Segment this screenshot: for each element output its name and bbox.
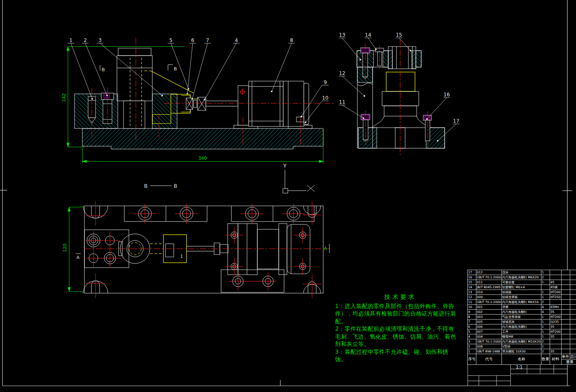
bom-cell-total — [570, 290, 576, 295]
cad-sheet: { "drawing": { "type": "assembly-drawing… — [0, 0, 576, 392]
bom-header-weight: 重量 — [561, 359, 576, 365]
balloon-15: 15 — [396, 32, 402, 38]
bom-cell-qty: 4 — [541, 310, 550, 315]
technical-requirements-title: 技术要求 — [335, 293, 465, 301]
bom-cell-unit — [561, 320, 570, 324]
bom-cell-qty: 1 — [541, 344, 550, 349]
bom-header-code: 代号 — [476, 354, 502, 365]
technical-requirements-line: 2：零件在装配前必须清理和清洗干净，不得有 — [335, 325, 465, 333]
bom-cell-total — [570, 349, 576, 354]
side-workpiece — [386, 72, 415, 91]
bom-cell-qty: 4 — [541, 305, 550, 310]
bom-row: 7005铰链底座1Q235 — [468, 320, 576, 324]
bom-cell-name: 压块 — [501, 270, 541, 275]
bom-cell-unit — [561, 300, 570, 305]
bom-cell-name: 内六角圆柱头螺钉 M6X20 — [501, 275, 541, 280]
bom-cell-material — [550, 339, 562, 344]
dim-front-height: 142 — [61, 93, 67, 102]
bom-cell-name: 铰链底座 — [501, 320, 541, 324]
section-b-mark-right: B — [174, 66, 177, 72]
bom-header-total: 总计 — [570, 354, 576, 359]
technical-requirements-line: 剂和灰尘等。 — [335, 340, 465, 348]
ucs-y-axis-label: Y — [283, 163, 287, 169]
top-corner-slots — [83, 206, 321, 293]
bom-cell-name: 双头螺柱 10X30 — [501, 349, 541, 354]
balloon-8: 8 — [290, 37, 293, 43]
technical-requirements: 技术要求 1：进入装配的零件及部件（包括外购件、外协件），均必须具有检验部门的合… — [335, 293, 465, 363]
bom-cell-seq: 2 — [468, 344, 476, 349]
bom-cell-code: GB/T 70.1-2000 — [476, 275, 502, 280]
bom-row: 11GB/T 70.1-2000内六角圆柱头螺钉 M6X162 — [468, 300, 576, 305]
bom-cell-qty: 2 — [541, 300, 550, 305]
bom-cell-total — [570, 270, 576, 275]
bom-cell-seq: 7 — [468, 320, 476, 324]
bom-cell-unit — [561, 295, 570, 300]
bom-row: 15011可换钻套145 — [468, 280, 576, 285]
bom-cell-code: 008 — [476, 344, 502, 349]
bom-row: 10001弹簧465Mn — [468, 305, 576, 310]
front-view: 142 340 B B — [61, 38, 334, 163]
technical-requirements-line: 件），均必须具有检验部门的合格证方能进行装 — [335, 310, 465, 317]
technical-requirements-line: 3：装配过程中零件不允许磕、碰、划伤和锈 — [335, 348, 465, 356]
bom-cell-code: 007 — [476, 329, 502, 334]
bom-cell-seq: 6 — [468, 324, 476, 329]
bom-cell-material — [550, 270, 562, 275]
bom-cell-qty: 1 — [541, 324, 550, 329]
balloon-2: 2 — [84, 37, 87, 43]
bom-row: 2008V型块1 — [468, 344, 576, 349]
bom-cell-total — [570, 315, 576, 320]
bom-cell-seq: 14 — [468, 285, 476, 290]
bom-cell-material: 35 — [550, 324, 562, 329]
bom-row: 16GB/T 70.1-2000内六角圆柱头螺钉 M6X202 — [468, 275, 576, 280]
bom-cell-qty: 2 — [541, 339, 550, 344]
bom-cell-code: GB/T 898-1988 — [476, 349, 502, 354]
bom-cell-unit — [561, 285, 570, 290]
bom-cell-total — [570, 280, 576, 285]
bom-row: 12009钻模支撑板1HT250 — [468, 295, 576, 300]
top-view: 1 — [62, 201, 329, 298]
bom-cell-code: 001 — [476, 305, 502, 310]
bom-cell-code: 004 — [476, 334, 502, 339]
bom-cell-name: 气缸支撑座板 — [501, 315, 541, 320]
bom-cell-name: 内六角圆柱头螺钉 — [501, 310, 541, 315]
balloon-1: 1 — [69, 37, 72, 43]
technical-requirements-line: 1：进入装配的零件及部件（包括外购件、外协 — [335, 302, 465, 310]
bom-cell-total — [570, 305, 576, 310]
bom-cell-total — [570, 300, 576, 305]
bom-cell-unit — [561, 324, 570, 329]
bom-cell-seq: 5 — [468, 329, 476, 334]
bom-cell-name: 螺母M8 — [501, 334, 541, 339]
bom-cell-material: 35 — [550, 310, 562, 315]
technical-requirements-line: 蚀。 — [335, 355, 465, 363]
balloon-13: 13 — [339, 32, 345, 38]
dim-top-height: 120 — [62, 244, 68, 252]
bom-cell-unit — [561, 270, 570, 275]
bom-row: 3GB/T 70.1-2000内六角圆柱头螺钉 M10X202 — [468, 339, 576, 344]
bom-header-name: 名称 — [501, 354, 541, 365]
bom-cell-total — [570, 320, 576, 324]
bom-cell-name: 内六角圆柱头螺钉 M10X20 — [501, 339, 541, 344]
balloon-11: 11 — [339, 99, 345, 105]
bom-row: 1GB/T 898-1988双头螺柱 10X30235 — [468, 349, 576, 354]
bom-cell-name: V型块 — [501, 344, 541, 349]
balloon-12: 12 — [339, 70, 345, 76]
bom-cell-unit — [561, 329, 570, 334]
bom-cell-unit — [561, 275, 570, 280]
bom-cell-material: HT200 — [550, 315, 562, 320]
bom-cell-qty: 2 — [541, 275, 550, 280]
balloon-17: 17 — [453, 118, 459, 124]
bom-cell-name: 钻套螺钉 M6×4 — [501, 285, 541, 290]
bom-cell-qty: 1 — [541, 295, 550, 300]
bom-cell-name: 可换钻套 — [501, 280, 541, 285]
bom-table: 17012压块116GB/T 70.1-2000内六角圆柱头螺钉 M6X2021… — [467, 270, 576, 365]
bom-cell-code: 012 — [476, 270, 502, 275]
view-a-mark-right: A — [324, 246, 327, 251]
bom-cell-total — [570, 275, 576, 280]
bom-cell-seq: 13 — [468, 290, 476, 295]
bom-cell-code: 002 — [476, 310, 502, 315]
bom-row: 17012压块1 — [468, 270, 576, 275]
bom-cell-material: 45钢 — [550, 285, 562, 290]
bom-cell-seq: 4 — [468, 334, 476, 339]
bom-cell-name: 钻模支撑板 — [501, 295, 541, 300]
bom-row: 8003气缸支撑座板1HT200 — [468, 315, 576, 320]
